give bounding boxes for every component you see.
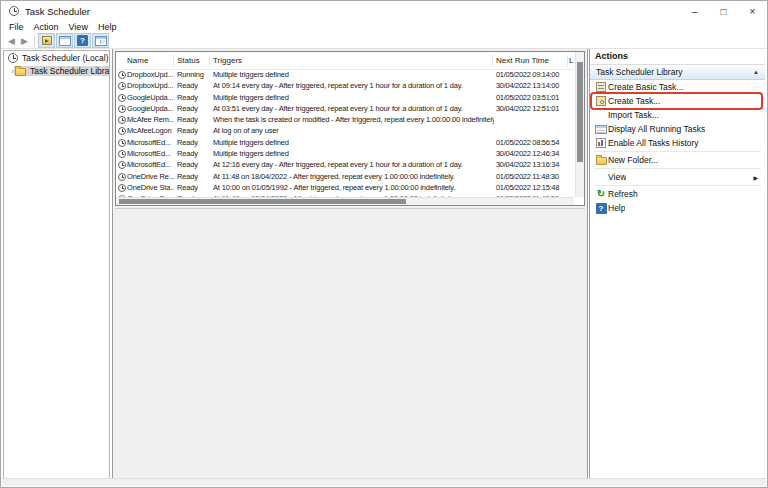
- cell: 30/04/2022 12:46:34: [496, 148, 570, 159]
- column-divider: [492, 55, 493, 67]
- action-item-help[interactable]: ?Help: [590, 201, 765, 215]
- action-item-create-basic-task[interactable]: Create Basic Task...: [590, 80, 765, 94]
- cell: Multiple triggers defined: [213, 137, 494, 148]
- cell: OneDrive Re...: [127, 171, 174, 182]
- cell: Multiple triggers defined: [213, 69, 494, 80]
- cell: At 09:14 every day - After triggered, re…: [213, 80, 494, 91]
- cell: GoogleUpda...: [127, 92, 174, 103]
- actions-list: Create Basic Task...Create Task...Import…: [590, 80, 765, 215]
- show-hide-console-tree-button[interactable]: [56, 33, 73, 48]
- cell: At 12:16 every day - After triggered, re…: [213, 159, 494, 170]
- cell: MicrosoftEd...: [127, 148, 174, 159]
- table-row[interactable]: MicrosoftEd...ReadyMultiple triggers def…: [116, 137, 574, 148]
- action-item-label: Refresh: [608, 189, 638, 199]
- cell: DropboxUpd...: [127, 69, 174, 80]
- show-hide-action-pane-button[interactable]: [92, 33, 109, 48]
- vertical-scrollbar[interactable]: [575, 52, 584, 197]
- action-item-enable-all-tasks-history[interactable]: Enable All Tasks History: [590, 136, 765, 150]
- cell: MicrosoftEd...: [127, 159, 174, 170]
- cell: OneDrive Sta...: [127, 182, 174, 193]
- task-list: Name Status Triggers Next Run Time L Dro…: [115, 51, 585, 206]
- cell: Ready: [177, 171, 211, 182]
- actions-separator: [594, 151, 761, 152]
- task-clock-icon: [118, 139, 126, 147]
- menu-item-view[interactable]: View: [64, 22, 93, 32]
- actions-panel: Actions Task Scheduler Library ▲ Create …: [589, 49, 765, 480]
- minimize-button[interactable]: –: [680, 1, 709, 21]
- actions-group-header[interactable]: Task Scheduler Library ▲: [590, 65, 765, 80]
- cell: Ready: [177, 114, 211, 125]
- action-item-display-all-running-tasks[interactable]: Display All Running Tasks: [590, 122, 765, 136]
- table-row[interactable]: MicrosoftEd...ReadyMultiple triggers def…: [116, 148, 574, 159]
- cell: Running: [177, 69, 211, 80]
- tree-selection: Task Scheduler Library: [14, 66, 109, 76]
- export-list-icon: [42, 36, 52, 45]
- console-tree-icon: [59, 36, 71, 46]
- cell: At log on of any user: [213, 125, 494, 136]
- action-item-refresh[interactable]: ↻Refresh: [590, 187, 765, 201]
- column-header-last-run-time-clipped[interactable]: L: [569, 56, 573, 65]
- actions-separator: [594, 168, 761, 169]
- maximize-button[interactable]: □: [709, 1, 738, 21]
- action-item-view[interactable]: View▶: [590, 170, 765, 184]
- cell: MicrosoftEd...: [127, 137, 174, 148]
- action-item-create-task[interactable]: Create Task...: [590, 94, 765, 108]
- action-item-new-folder[interactable]: New Folder...: [590, 153, 765, 167]
- task-list-panel: Name Status Triggers Next Run Time L Dro…: [112, 49, 588, 480]
- back-icon[interactable]: ◀: [5, 36, 18, 46]
- column-header-next-run-time[interactable]: Next Run Time: [496, 56, 549, 65]
- cell: Ready: [177, 92, 211, 103]
- task-clock-icon: [118, 105, 126, 113]
- enable-all-tasks-history-icon: [596, 138, 606, 148]
- table-row[interactable]: GoogleUpda...ReadyMultiple triggers defi…: [116, 92, 574, 103]
- help-button[interactable]: ?: [74, 33, 91, 48]
- column-header-triggers[interactable]: Triggers: [213, 56, 242, 65]
- window-bottom-edge: [2, 478, 766, 486]
- display-all-running-tasks-icon: [595, 125, 607, 134]
- table-row[interactable]: McAfeeLogonReadyAt log on of any user: [116, 125, 574, 136]
- menu-item-file[interactable]: File: [4, 22, 29, 32]
- table-row[interactable]: GoogleUpda...ReadyAt 03:51 every day - A…: [116, 103, 574, 114]
- task-clock-icon: [118, 94, 126, 102]
- create-basic-task-icon: [596, 82, 606, 92]
- forward-icon[interactable]: ▶: [18, 36, 31, 46]
- table-row[interactable]: OneDrive Sta...ReadyAt 10:00 on 01/05/19…: [116, 182, 574, 193]
- cell: Multiple triggers defined: [213, 92, 494, 103]
- horizontal-scrollbar[interactable]: [116, 197, 574, 205]
- task-clock-icon: [118, 184, 126, 192]
- cell: McAfeeLogon: [127, 125, 174, 136]
- task-scheduler-window: Task Scheduler – □ × FileActionViewHelp …: [0, 0, 768, 488]
- actions-group-label: Task Scheduler Library: [596, 67, 753, 77]
- task-table-body: DropboxUpd...RunningMultiple triggers de…: [116, 69, 574, 193]
- action-item-import-task[interactable]: Import Task...: [590, 108, 765, 122]
- task-clock-icon: [118, 127, 126, 135]
- cell: At 10:00 on 01/05/1992 - After triggered…: [213, 182, 494, 193]
- task-clock-icon: [118, 161, 126, 169]
- task-clock-icon: [118, 150, 126, 158]
- toolbar: ◀ ▶ ?: [1, 33, 767, 49]
- column-header-name[interactable]: Name: [127, 56, 148, 65]
- cell: Ready: [177, 103, 211, 114]
- task-clock-icon: [118, 71, 126, 79]
- column-header-status[interactable]: Status: [177, 56, 200, 65]
- table-row[interactable]: OneDrive Re...ReadyAt 11:48 on 18/04/202…: [116, 171, 574, 182]
- horizontal-scrollbar-thumb[interactable]: [119, 199, 406, 204]
- collapse-icon[interactable]: ▲: [753, 69, 759, 75]
- cell: At 03:51 every day - After triggered, re…: [213, 103, 494, 114]
- menu-item-help[interactable]: Help: [93, 22, 122, 32]
- tree-item-task-scheduler-local[interactable]: Task Scheduler (Local): [4, 51, 109, 64]
- create-task-icon: [596, 96, 606, 106]
- export-list-button[interactable]: [38, 33, 55, 48]
- table-row[interactable]: MicrosoftEd...ReadyAt 12:16 every day - …: [116, 159, 574, 170]
- menu-item-action[interactable]: Action: [29, 22, 64, 32]
- tree-item-task-scheduler-library[interactable]: › Task Scheduler Library: [4, 64, 109, 77]
- table-row[interactable]: McAfee Rem...ReadyWhen the task is creat…: [116, 114, 574, 125]
- vertical-scrollbar-thumb[interactable]: [577, 62, 583, 162]
- close-button[interactable]: ×: [738, 1, 767, 21]
- table-row[interactable]: DropboxUpd...RunningMultiple triggers de…: [116, 69, 574, 80]
- menu-bar: FileActionViewHelp: [1, 21, 767, 33]
- cell: 01/05/2022 12:15:48: [496, 182, 570, 193]
- action-pane-icon: [95, 36, 107, 46]
- action-item-label: New Folder...: [608, 155, 658, 165]
- table-row[interactable]: DropboxUpd...ReadyAt 09:14 every day - A…: [116, 80, 574, 91]
